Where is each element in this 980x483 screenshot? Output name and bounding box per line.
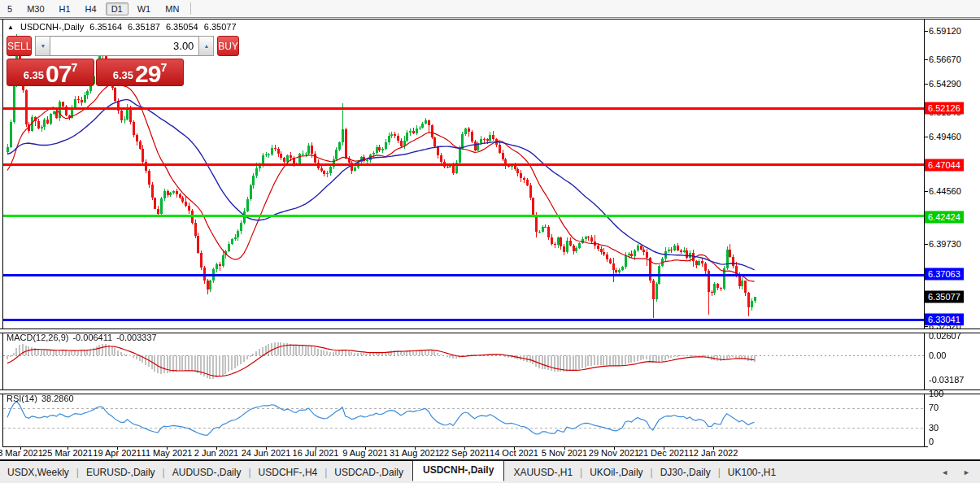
rsi-name: RSI(14) [7, 394, 37, 403]
ask-price-big: 29 [135, 63, 160, 85]
chart-tab-usdcnh-daily[interactable]: USDCNH-,Daily [412, 460, 504, 481]
indicator-tick-label: 70 [929, 402, 939, 412]
time-tick-label: 29 Nov 2021 [589, 448, 639, 458]
price-level-badge: 6.42424 [925, 211, 964, 224]
timeframe-button-h1[interactable]: H1 [54, 2, 76, 15]
chart-top-border [0, 19, 980, 20]
macd-name: MACD(12,26,9) [7, 333, 68, 342]
macd-value-1: -0.006411 [72, 333, 112, 342]
chart-tab-bar: USDX,Weekly|EURUSD-,Daily|AUDUSD-,Daily|… [0, 461, 980, 483]
timeframe-button-d1[interactable]: D1 [106, 2, 128, 15]
bid-quote-box[interactable]: 6.35 07 7 [7, 59, 94, 86]
time-tick-label: 22 Sep 2021 [439, 448, 490, 458]
spinner-up-icon: ▲ [203, 43, 209, 49]
price-tick-mark [924, 84, 928, 85]
rsi-label: RSI(14)38.2860 [7, 394, 78, 403]
ohlc-low: 6.35054 [166, 22, 198, 32]
price-tick-mark [924, 244, 928, 245]
timeframe-button-w1[interactable]: W1 [132, 2, 157, 15]
price-level-badge: 6.33041 [925, 314, 964, 326]
ohlc-open: 6.35164 [89, 22, 122, 32]
timeframe-toolbar: 5M30H1H4D1W1MN [0, 0, 980, 18]
price-tick-label: 6.54290 [929, 79, 961, 89]
volume-increase-button[interactable]: ▲ [198, 36, 214, 56]
volume-input[interactable] [50, 36, 198, 56]
timeframe-button-5[interactable]: 5 [2, 2, 18, 15]
price-tick-mark [924, 59, 928, 60]
price-tick-label: 6.59120 [929, 26, 961, 36]
trading-platform-window: 5M30H1H4D1W1MN ▲ USDCNH-,Daily 6.35164 6… [0, 0, 980, 483]
volume-stepper: ▼ ▲ [35, 36, 214, 56]
chart-tab-usdchf-h4[interactable]: USDCHF-,H4 [251, 463, 325, 481]
chart-title: ▲ USDCNH-,Daily 6.35164 6.35187 6.35054 … [7, 22, 240, 32]
chart-tab-usdcad-daily[interactable]: USDCAD-,Daily [327, 463, 411, 481]
indicator-tick-label: 0 [929, 437, 934, 446]
chart-tab-audusd-daily[interactable]: AUDUSD-,Daily [165, 463, 249, 481]
ohlc-high: 6.35187 [128, 22, 160, 32]
price-tick-label: 6.56670 [929, 54, 961, 64]
price-level-badge: 6.47044 [925, 159, 964, 172]
price-level-badge: 6.35077 [925, 291, 964, 303]
time-scale-border [2, 446, 928, 447]
price-tick-mark [924, 326, 928, 327]
volume-decrease-button[interactable]: ▼ [35, 36, 50, 56]
rsi-indicator-canvas [3, 392, 924, 446]
ohlc-close: 6.35077 [204, 22, 237, 32]
time-tick-label: 9 Aug 2021 [342, 448, 388, 458]
sell-button[interactable]: SELL [7, 36, 32, 56]
price-tick-label: 6.44560 [929, 186, 961, 196]
chart-tab-uk100-h1[interactable]: UK100-,H1 [721, 463, 783, 481]
time-tick-label: 25 Mar 2021 [42, 448, 93, 458]
ask-price-small: 6.35 [113, 69, 133, 81]
time-tick-label: 5 Nov 2021 [542, 448, 587, 458]
indicator-tick-label: 0.00 [929, 350, 946, 360]
chart-tab-ukoil-daily[interactable]: UKOil-,Daily [582, 463, 650, 481]
tab-scroll-right-icon[interactable]: ► [963, 468, 970, 476]
price-tick-mark [924, 137, 928, 137]
buy-button[interactable]: BUY [217, 36, 239, 56]
macd-label: MACD(12,26,9)-0.006411-0.003337 [7, 333, 161, 342]
time-tick-label: 14 Oct 2021 [490, 448, 538, 458]
chart-tab-usdx-weekly[interactable]: USDX,Weekly [0, 463, 76, 481]
time-tick-label: 16 Jul 2021 [293, 448, 339, 458]
indicator-tick-label: -0.03187 [929, 375, 964, 385]
one-click-trade-panel: SELL ▼ ▲ BUY 6.35 07 7 6.35 29 7 [7, 36, 184, 86]
price-tick-label: 6.39730 [929, 239, 961, 249]
ask-quote-box[interactable]: 6.35 29 7 [96, 59, 184, 86]
ask-price-pip: 7 [160, 61, 167, 74]
chart-tab-eurusd-daily[interactable]: EURUSD-,Daily [79, 463, 163, 481]
tab-scroll-left-icon[interactable]: ◄ [941, 468, 948, 476]
chart-tab-xauusd-h1[interactable]: XAUUSD-,H1 [506, 463, 580, 481]
indicator-tick-label: 100 [929, 389, 943, 398]
chart-tab-dj30-daily[interactable]: DJ30-,Daily [653, 463, 718, 481]
price-tick-label: 6.49460 [929, 132, 961, 141]
price-level-badge: 6.52126 [925, 102, 964, 115]
symbol-period-label: USDCNH-,Daily [20, 22, 84, 32]
bid-price-big: 07 [46, 63, 71, 85]
toolbar-separator [190, 2, 191, 15]
time-tick-label: 11 May 2021 [142, 448, 193, 458]
time-tick-label: 2 Jun 2021 [194, 448, 238, 458]
price-tick-mark [924, 191, 928, 192]
timeframe-button-mn[interactable]: MN [159, 2, 185, 15]
bid-price-small: 6.35 [24, 69, 44, 81]
price-level-badge: 6.37063 [925, 268, 964, 281]
spinner-down-icon: ▼ [40, 43, 46, 49]
time-tick-label: 24 Jun 2021 [242, 448, 291, 458]
panel-collapse-icon[interactable]: ▲ [7, 24, 14, 31]
rsi-panel-divider[interactable] [0, 389, 980, 394]
indicator-tick-label: 30 [929, 423, 939, 433]
bid-price-pip: 7 [71, 61, 77, 74]
price-tick-mark [924, 31, 928, 32]
time-tick-label: 3 Mar 2021 [0, 448, 43, 458]
timeframe-button-h4[interactable]: H4 [80, 2, 102, 15]
time-tick-label: 19 Apr 2021 [93, 448, 141, 458]
indicator-tick-label: 0.02607 [929, 331, 961, 341]
time-tick-label: 31 Aug 2021 [390, 448, 440, 458]
chart-left-border [2, 20, 3, 447]
time-tick-label: 12 Jan 2022 [689, 448, 738, 458]
rsi-value: 38.2860 [41, 394, 74, 403]
timeframe-button-m30[interactable]: M30 [21, 2, 50, 15]
macd-value-2: -0.003337 [116, 333, 157, 342]
time-tick-label: 21 Dec 2021 [638, 448, 689, 458]
